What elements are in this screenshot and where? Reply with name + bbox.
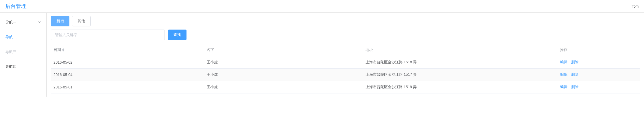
column-label: 日期 (54, 48, 61, 52)
delete-link[interactable]: 删除 (571, 85, 579, 89)
edit-link[interactable]: 编辑 (560, 60, 567, 65)
cell-operation: 编辑 删除 (557, 56, 640, 69)
cell-address: 上海市普陀区金沙江路 1517 弄 (363, 69, 557, 81)
cell-date: 2016-05-04 (51, 69, 204, 81)
chevron-down-icon (38, 21, 41, 24)
cell-name: 王小虎 (204, 81, 363, 93)
sidebar-item-nav4[interactable]: 导航四 (0, 59, 46, 74)
header: 后台管理 Tom (0, 0, 644, 13)
other-button[interactable]: 其他 (72, 16, 91, 26)
sidebar-item-label: 导航一 (5, 15, 16, 30)
table-row: 2016-05-01 王小虎 上海市普陀区金沙江路 1519 弄 编辑 删除 (51, 81, 640, 93)
column-label: 操作 (560, 48, 567, 52)
column-label: 地址 (366, 48, 373, 52)
table-header-row: 日期 名字 地址 操作 (51, 44, 640, 56)
sidebar-item-label: 导航二 (5, 30, 16, 44)
sidebar-item-nav1[interactable]: 导航一 (0, 15, 46, 30)
app-title: 后台管理 (5, 3, 26, 10)
cell-name: 王小虎 (204, 69, 363, 81)
sidebar-item-label: 导航四 (5, 59, 16, 74)
sidebar: 导航一 导航二 导航三 导航四 (0, 13, 46, 97)
column-label: 名字 (207, 48, 214, 52)
delete-link[interactable]: 删除 (571, 60, 579, 65)
cell-operation: 编辑 删除 (557, 81, 640, 93)
table-row: 2016-05-04 王小虎 上海市普陀区金沙江路 1517 弄 编辑 删除 (51, 69, 640, 81)
table-row: 2016-05-02 王小虎 上海市普陀区金沙江路 1518 弄 编辑 删除 (51, 56, 640, 69)
search-input[interactable] (51, 30, 165, 40)
sort-icon[interactable] (62, 48, 65, 51)
search-button[interactable]: 查找 (168, 30, 186, 40)
column-header-date[interactable]: 日期 (51, 44, 204, 56)
data-table: 日期 名字 地址 操作 2016-05-02 王小虎 (51, 44, 640, 93)
cell-operation: 编辑 删除 (557, 69, 640, 81)
add-button[interactable]: 新增 (51, 16, 69, 26)
delete-link[interactable]: 删除 (571, 72, 579, 77)
sidebar-item-label: 导航三 (5, 44, 16, 59)
column-header-operation: 操作 (557, 44, 640, 56)
toolbar: 新增 其他 (51, 16, 640, 26)
user-name[interactable]: Tom (632, 4, 639, 8)
sidebar-item-nav3: 导航三 (0, 44, 46, 59)
cell-name: 王小虎 (204, 56, 363, 69)
cell-date: 2016-05-02 (51, 56, 204, 69)
main-content: 新增 其他 查找 日期 (46, 13, 644, 97)
search-bar: 查找 (51, 30, 640, 40)
column-header-name: 名字 (204, 44, 363, 56)
column-header-address: 地址 (363, 44, 557, 56)
cell-address: 上海市普陀区金沙江路 1518 弄 (363, 56, 557, 69)
edit-link[interactable]: 编辑 (560, 85, 567, 89)
sidebar-item-nav2[interactable]: 导航二 (0, 30, 46, 44)
edit-link[interactable]: 编辑 (560, 72, 567, 77)
cell-date: 2016-05-01 (51, 81, 204, 93)
cell-address: 上海市普陀区金沙江路 1519 弄 (363, 81, 557, 93)
